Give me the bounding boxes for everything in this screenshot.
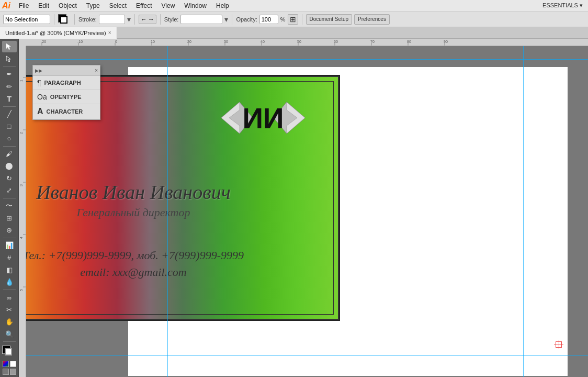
menu-type[interactable]: Type [82,2,104,9]
tool-rotate[interactable]: ↻ [2,172,17,184]
menu-window[interactable]: Window [180,2,211,9]
svg-text:50: 50 [297,40,301,43]
tool-blend[interactable]: ∞ [2,292,17,303]
tool-stroke-box [5,348,12,356]
menu-edit[interactable]: Edit [34,2,53,9]
tool-warp[interactable]: 〜 [2,200,17,212]
tool-eyedropper[interactable]: 💧 [2,276,17,288]
menu-select[interactable]: Select [105,2,131,9]
character-icon: A [37,107,43,116]
tool-rectangle[interactable]: □ [2,120,17,132]
menu-object[interactable]: Object [54,2,81,9]
document-setup-btn[interactable]: Document Setup [306,14,353,25]
menu-effect[interactable]: Effect [132,2,156,9]
style-dropdown-icon[interactable]: ▾ [224,15,228,24]
tool-draw-behind[interactable] [10,369,16,375]
toolbar-sep-2 [74,14,75,25]
menu-file[interactable]: File [15,2,33,9]
ruler-horizontal: -20 -10 0 10 20 30 40 50 60 [26,39,588,46]
fill-stroke-widget[interactable] [58,14,71,25]
svg-text:30: 30 [224,40,228,43]
document-tab[interactable]: Untitled-1.ai* @ 300% (CMYK/Preview) × [0,27,117,39]
panel-collapse-arrows[interactable]: ▶▶ [35,68,42,73]
panel-character-item[interactable]: A CHARACTER [33,104,100,119]
tool-symbol-sprayer[interactable]: ⊕ [2,224,17,236]
tool-sep-1 [3,66,16,67]
panel-opentype-item[interactable]: Oa OPENTYPE [33,90,100,104]
tool-draw-normal[interactable] [3,369,9,375]
canvas-area[interactable]: -20 -10 0 10 20 30 40 50 60 [19,39,588,377]
tool-sep-3 [3,146,16,147]
toolbar-main: Stroke: ▾ ← → Style: ▾ Opacity: % ⊞ Docu… [0,12,588,27]
arrow-right-icon: → [148,16,154,23]
svg-rect-0 [26,39,588,46]
tool-selection[interactable] [2,41,17,52]
tool-sep-2 [3,106,16,107]
tool-scissors[interactable]: ✂ [2,304,17,315]
ruler-vertical: 1 2 3 4 5 [19,46,26,377]
panel-header[interactable]: ▶▶ × [33,65,100,76]
tool-none-icon[interactable] [10,361,16,367]
tab-bar: Untitled-1.ai* @ 300% (CMYK/Preview) × [0,27,588,39]
toolbar-sep-4 [160,14,161,25]
tool-mesh[interactable]: # [2,252,17,263]
tool-line[interactable]: ╱ [2,108,17,120]
tab-close-btn[interactable]: × [108,30,111,36]
svg-text:-20: -20 [41,40,46,43]
tool-scale[interactable]: ⤢ [2,184,17,196]
opentype-label: OPENTYPE [50,94,82,100]
tools-panel: ✒ ✏ T ╱ □ ○ 🖌 ⬤ ↻ ⤢ 〜 ⊞ ⊕ 📊 # ◧ 💧 ∞ ✂ ✋ … [0,39,19,377]
arrow-style-group[interactable]: ← → [139,15,156,24]
tool-paintbrush[interactable]: 🖌 [2,148,17,159]
preferences-btn[interactable]: Preferences [354,14,390,25]
tool-column-graph[interactable]: 📊 [2,240,17,251]
tool-draw-mode [3,369,16,375]
opacity-options-btn[interactable]: ⊞ [288,14,298,25]
opacity-input[interactable] [259,15,278,24]
menu-view[interactable]: View [157,2,179,9]
svg-text:2: 2 [19,132,23,134]
stroke-label: Stroke: [78,16,97,23]
svg-text:ИИ: ИИ [242,102,284,135]
svg-text:90: 90 [444,40,448,43]
tab-label: Untitled-1.ai* @ 300% (CMYK/Preview) [5,30,106,36]
tool-zoom[interactable]: 🔍 [2,328,17,340]
character-label: CHARACTER [47,108,83,115]
tool-pen[interactable]: ✒ [2,69,17,80]
tool-ellipse[interactable]: ○ [2,132,17,144]
svg-text:70: 70 [370,40,375,43]
tool-gradient[interactable]: ◧ [2,264,17,275]
tool-hand[interactable]: ✋ [2,316,17,328]
stroke-input[interactable] [99,15,125,24]
tool-color-mode [3,361,16,367]
tool-fill-stroke[interactable] [2,346,17,359]
card-phone-text: Тел.: +7(999)999-9999, моб. +7(999)999-9… [26,249,244,262]
style-input[interactable] [180,15,222,24]
stroke-dropdown-icon[interactable]: ▾ [127,15,131,24]
canvas-content[interactable]: ИИ Иванов Иван Иванович Генеральный дире… [26,46,588,377]
essentials-label[interactable]: ESSENTIALS ▾ [542,2,583,9]
menu-help[interactable]: Help [212,2,233,9]
toolbar-sep-1 [54,14,54,25]
menu-bar: Ai File Edit Object Type Select Effect V… [0,0,588,12]
card-name-text: Иванов Иван Иванович [36,181,231,204]
typography-panel[interactable]: ▶▶ × ¶ PARAGRAPH Oa OPENTYPE A CHARACTER [32,65,100,120]
tool-blob-brush[interactable]: ⬤ [2,160,17,172]
svg-text:-10: -10 [77,40,83,43]
ruler-corner [19,39,26,46]
tool-type[interactable]: T [2,93,17,104]
panel-close-btn[interactable]: × [95,68,98,73]
card-ribbon-svg: ИИ [211,94,315,141]
tool-pencil[interactable]: ✏ [2,81,17,92]
tool-direct-selection[interactable] [2,53,17,64]
tool-color-icon[interactable] [3,361,9,367]
panel-paragraph-item[interactable]: ¶ PARAGRAPH [33,76,100,90]
opacity-unit: % [280,16,286,23]
svg-text:10: 10 [151,40,155,43]
opentype-icon: Oa [37,93,47,101]
tool-free-transform[interactable]: ⊞ [2,212,17,224]
workspace: ✒ ✏ T ╱ □ ○ 🖌 ⬤ ↻ ⤢ 〜 ⊞ ⊕ 📊 # ◧ 💧 ∞ ✂ ✋ … [0,39,588,377]
svg-text:20: 20 [187,40,191,43]
svg-text:3: 3 [19,184,23,186]
selection-input[interactable] [3,15,50,24]
